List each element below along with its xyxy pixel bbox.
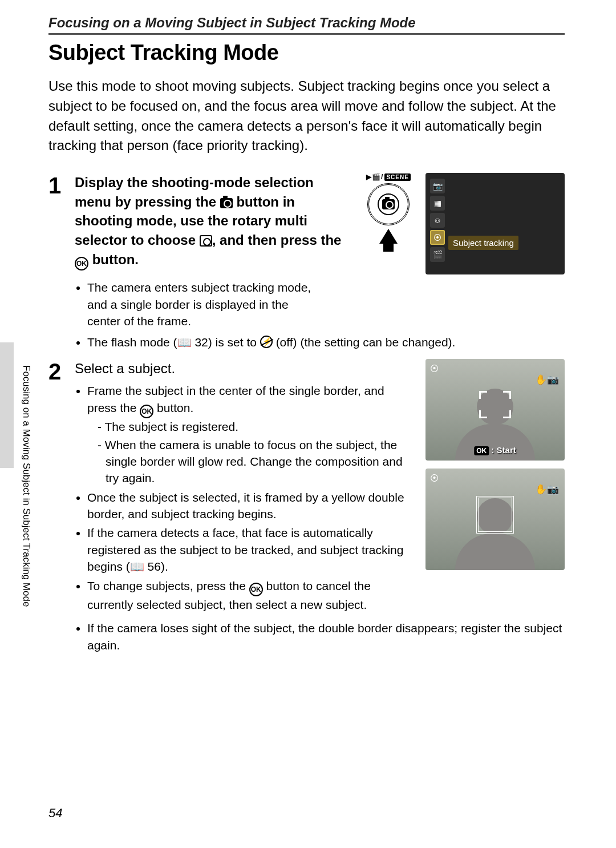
page-ref-icon: 📖 [130,560,144,573]
lcd-screen-after: ⦿ ✋📷 [425,469,565,570]
section-header-title: Focusing on a Moving Subject in Subject … [48,15,565,31]
menu-item-auto: 📷 [430,179,445,193]
subject-tracking-icon [200,235,212,247]
mode-menu-screen: 📷 ▦ ☺ ⦿ 🎬 Subject tracking [425,173,565,274]
focus-brackets [479,391,511,418]
page-ref-icon: 📖 [177,336,192,349]
ok-button-icon: OK [140,405,153,418]
side-chapter-label: Focusing on a Moving Subject in Subject … [21,365,32,622]
step-1-title: Display the shooting-mode selection menu… [75,173,351,270]
arrow-up-icon [379,229,398,244]
step-1: 1 Display the shooting-mode selection me… [48,173,565,353]
subject-body [455,534,535,570]
ok-button-icon: OK [75,257,88,270]
step-2-bullet-2: Once the subject is selected, it is fram… [87,489,412,523]
vr-icon: ✋📷 [535,483,559,495]
flash-off-icon [260,336,273,348]
ok-button-icon: OK [249,583,263,596]
step-2-bullet-4: To change subjects, press the OK button … [87,578,412,613]
step-number: 2 [48,359,75,656]
ok-start-label: OK : Start [474,445,516,455]
menu-item-smile: ☺ [430,213,445,228]
menu-selection-label: Subject tracking [448,236,518,250]
camera-icon [382,199,395,209]
tracking-mode-icon: ⦿ [430,473,439,483]
page-number: 54 [48,806,62,821]
step-2-bullet-3: If the camera detects a face, that face … [87,524,412,575]
page-title: Subject Tracking Mode [48,41,565,65]
tracking-double-border [476,496,514,534]
menu-item-movie: 🎬 [430,247,445,262]
lcd-screen-before: ⦿ ✋📷 OK : Start [425,359,565,461]
step-1-bullet-2: The flash mode (📖 32) is set to (off) (t… [87,334,565,350]
intro-paragraph: Use this mode to shoot moving subjects. … [48,76,565,156]
step-2-bullet-1: Frame the subject in the center of the s… [87,382,412,486]
step-2-dash-2: - When the camera is unable to focus on … [98,437,412,487]
menu-item-tracking: ⦿ [430,230,445,245]
scene-label: SCENE [384,173,410,181]
vr-icon: ✋📷 [535,374,559,386]
tracking-mode-icon: ⦿ [430,364,439,373]
section-header: Focusing on a Moving Subject in Subject … [48,15,565,35]
step-number: 1 [48,173,75,353]
mode-dial-illustration: ▶🎬/SCENE [357,173,420,252]
step-2: 2 Select a subject. Frame the subject in… [48,359,565,656]
step-1-bullet-1: The camera enters subject tracking mode,… [87,279,314,329]
menu-item-scene: ▦ [430,196,445,211]
camera-icon [220,198,233,208]
step-1-title-c: , and then press the [212,232,342,248]
step-2-dash-1: - The subject is registered. [98,418,412,435]
step-2-title: Select a subject. [75,359,412,378]
subject-body [455,424,535,461]
step-2-bullet-5: If the camera loses sight of the subject… [87,620,565,653]
step-1-title-d: button. [92,252,139,267]
